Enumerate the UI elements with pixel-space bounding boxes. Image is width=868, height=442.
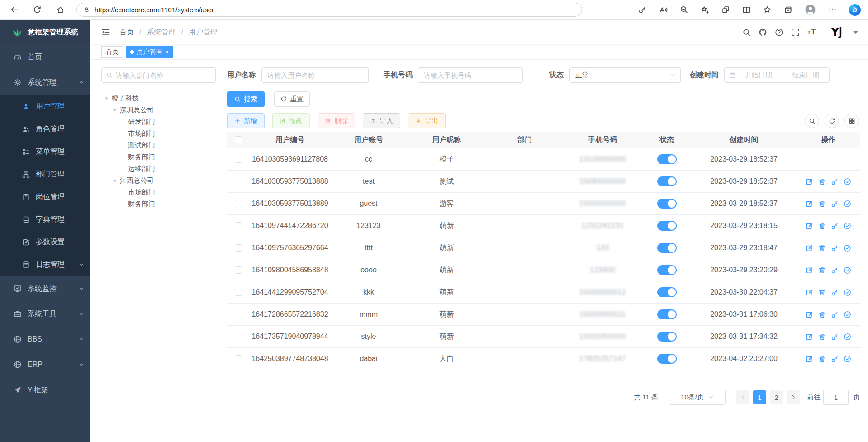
- tree-node[interactable]: 江西总公司: [101, 175, 224, 186]
- breadcrumb-item[interactable]: 首页: [119, 28, 134, 37]
- favorite-add-icon[interactable]: [701, 5, 709, 14]
- status-toggle[interactable]: [657, 287, 677, 297]
- trash-icon[interactable]: [818, 266, 826, 274]
- github-icon[interactable]: [759, 28, 767, 37]
- add-button[interactable]: 新增: [227, 113, 265, 128]
- refresh-icon[interactable]: [33, 5, 42, 14]
- key-icon[interactable]: [831, 333, 839, 341]
- trash-icon[interactable]: [818, 333, 826, 341]
- trash-icon[interactable]: [818, 355, 826, 363]
- status-select[interactable]: 正常: [569, 67, 681, 83]
- trash-icon[interactable]: [818, 244, 826, 252]
- sidebar-item-system-tools[interactable]: 系统工具: [0, 301, 90, 327]
- delete-button[interactable]: 删除: [318, 113, 355, 128]
- tab-close-icon[interactable]: ×: [165, 48, 169, 56]
- sidebar-fold-icon[interactable]: [101, 28, 110, 37]
- help-icon[interactable]: [775, 28, 783, 37]
- key-icon[interactable]: [831, 311, 839, 318]
- tree-node[interactable]: 深圳总公司: [101, 104, 224, 116]
- key-icon[interactable]: [831, 222, 839, 230]
- sidebar-item-bbs[interactable]: BBS: [0, 327, 90, 352]
- check-circle-icon[interactable]: [844, 289, 851, 296]
- sidebar-item-role-management[interactable]: 角色管理: [0, 118, 90, 140]
- username-input[interactable]: [267, 68, 363, 82]
- key-icon[interactable]: [831, 244, 839, 252]
- edit-pencil-icon[interactable]: [806, 266, 813, 274]
- row-checkbox[interactable]: [235, 355, 242, 362]
- sidebar-item-home[interactable]: 首页: [0, 44, 90, 70]
- row-checkbox[interactable]: [235, 266, 242, 274]
- profile-avatar[interactable]: [805, 4, 816, 15]
- tree-node[interactable]: 橙子科技: [101, 92, 224, 104]
- row-checkbox[interactable]: [235, 311, 242, 318]
- copilot-icon[interactable]: b: [849, 4, 861, 16]
- tree-caret-icon[interactable]: [112, 178, 117, 183]
- check-circle-icon[interactable]: [844, 355, 851, 363]
- edit-pencil-icon[interactable]: [806, 222, 813, 230]
- tree-node[interactable]: 财务部门: [101, 198, 224, 210]
- extensions-icon[interactable]: [721, 5, 730, 14]
- status-toggle[interactable]: [657, 154, 677, 164]
- export-button[interactable]: 导出: [408, 113, 446, 128]
- status-toggle[interactable]: [657, 243, 677, 253]
- tree-node[interactable]: 测试部门: [101, 139, 224, 151]
- status-toggle[interactable]: [657, 309, 677, 319]
- import-button[interactable]: 导入: [363, 113, 400, 128]
- select-all-checkbox[interactable]: [235, 136, 242, 143]
- zoom-out-icon[interactable]: [680, 5, 688, 14]
- sidebar-item-dept-management[interactable]: 部门管理: [0, 163, 90, 185]
- status-toggle[interactable]: [657, 199, 677, 209]
- back-icon[interactable]: [10, 5, 19, 14]
- edit-pencil-icon[interactable]: [806, 289, 813, 296]
- tree-node[interactable]: 市场部门: [101, 128, 224, 139]
- sidebar-item-user-management[interactable]: 用户管理: [0, 95, 90, 118]
- prev-page-button[interactable]: [736, 390, 749, 404]
- status-toggle[interactable]: [657, 332, 677, 342]
- row-checkbox[interactable]: [235, 156, 242, 163]
- check-circle-icon[interactable]: [844, 200, 851, 208]
- trash-icon[interactable]: [818, 222, 826, 230]
- edit-button[interactable]: 修改: [272, 113, 310, 128]
- home-icon[interactable]: [56, 5, 65, 14]
- row-checkbox[interactable]: [235, 244, 242, 252]
- tree-node[interactable]: 运维部门: [101, 163, 224, 175]
- grid-tool-button[interactable]: [844, 114, 859, 128]
- key-icon[interactable]: [831, 266, 839, 274]
- status-toggle[interactable]: [657, 265, 677, 275]
- trash-icon[interactable]: [818, 289, 826, 296]
- edit-pencil-icon[interactable]: [806, 178, 813, 185]
- date-range-picker[interactable]: 开始日期 - 结束日期: [724, 67, 830, 83]
- page-button-2[interactable]: 2: [770, 390, 783, 404]
- tree-node[interactable]: 市场部门: [101, 186, 224, 198]
- dept-search-input[interactable]: [116, 68, 211, 82]
- check-circle-icon[interactable]: [844, 266, 851, 274]
- trash-icon[interactable]: [818, 311, 826, 318]
- status-toggle[interactable]: [657, 354, 677, 364]
- edit-pencil-icon[interactable]: [806, 311, 813, 318]
- sidebar-item-yi-framework[interactable]: Yi框架: [0, 377, 90, 403]
- search-tool-button[interactable]: [805, 114, 819, 128]
- row-checkbox[interactable]: [235, 178, 242, 185]
- search-icon[interactable]: [742, 28, 751, 37]
- tab-user-management[interactable]: 用户管理×: [126, 46, 173, 58]
- search-button[interactable]: 搜索: [227, 91, 265, 107]
- check-circle-icon[interactable]: [844, 222, 851, 230]
- key-icon[interactable]: [831, 200, 839, 208]
- sidebar-item-erp[interactable]: ERP: [0, 352, 90, 377]
- edit-pencil-icon[interactable]: [806, 244, 813, 252]
- edit-pencil-icon[interactable]: [806, 355, 813, 363]
- row-checkbox[interactable]: [235, 333, 242, 340]
- font-size-icon[interactable]: TT: [807, 28, 816, 37]
- key-icon[interactable]: [831, 178, 839, 185]
- key-icon[interactable]: [638, 5, 647, 14]
- sidebar-item-system-management[interactable]: 系统管理: [0, 70, 90, 95]
- caret-down-icon[interactable]: [851, 28, 860, 37]
- check-circle-icon[interactable]: [844, 333, 851, 341]
- trash-icon[interactable]: [818, 178, 826, 185]
- fullscreen-icon[interactable]: [791, 28, 800, 37]
- check-circle-icon[interactable]: [844, 178, 851, 185]
- key-icon[interactable]: [831, 289, 839, 296]
- favorites-icon[interactable]: [763, 5, 772, 14]
- user-avatar[interactable]: Yj: [831, 26, 842, 38]
- sidebar-item-system-monitor[interactable]: 系统监控: [0, 276, 90, 301]
